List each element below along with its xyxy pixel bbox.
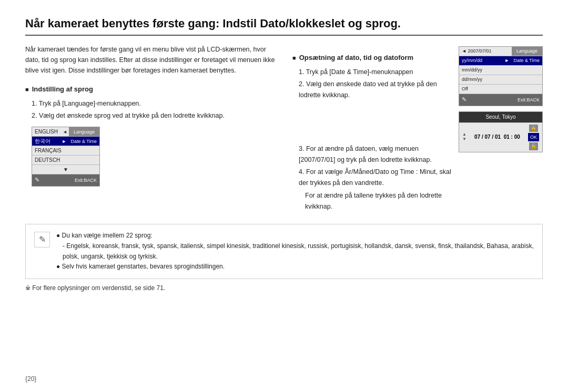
seoul-panel: Seoul, Tokyo ▲ ▼ 07 / 07 / 01 01 : 00 🔒 [459, 111, 543, 152]
lock-icon: 🔒 [529, 125, 538, 132]
note-icon: ✎ [34, 232, 50, 247]
unlock-icon: 🔓 [529, 142, 538, 150]
seoul-datetime-row: ▲ ▼ 07 / 07 / 01 01 : 00 🔒 OK 🔓 [459, 122, 542, 152]
nav-down-icon: ▼ [462, 137, 466, 142]
language-widget-container: ENGLISH ◄ Language 한국어 ► Date & Time FRA… [32, 127, 276, 187]
lcd-dt-datetime-tab: Date & Time [511, 56, 542, 65]
left-column: Når kameraet tændes for første gang vil … [25, 44, 276, 213]
lcd-dt-row-date: ◄ 2007/07/01 Language [459, 47, 542, 56]
lcd-korean-label: 한국어 [32, 137, 60, 146]
nav-up-down: ▲ ▼ [462, 132, 466, 142]
lcd-lang-row-korean: 한국어 ► Date & Time [32, 137, 99, 146]
lcd-lang-row-deutsch: DEUTSCH [32, 156, 99, 165]
lcd-lang-footer: ✎ Exit:BACK [32, 174, 99, 186]
lcd-ddmmyy-label: dd/mm/yy [459, 76, 542, 83]
lcd-lang-tab: Language [69, 127, 99, 136]
note-bullet-3: ● Selv hvis kameraet genstartes, bevares… [56, 262, 534, 272]
right-text: Opsætning af dato, tid og datoform 1. Tr… [292, 44, 453, 213]
lcd-datetime-panel: ◄ 2007/07/01 Language yy/mm/dd ► Date & … [459, 46, 543, 106]
time-value: 07 / 07 / 01 01 : 00 [474, 133, 520, 141]
datetime-steps: 1. Tryk på [Date & Time]-menuknappen 2. … [299, 67, 453, 101]
lcd-dt-row-mmddyy: mm/dd/yy [459, 66, 542, 75]
page-number: {20} [25, 375, 36, 383]
section-language-title: Indstilling af sprog [25, 84, 276, 95]
page-container: Når kameraet benyttes første gang: Indst… [0, 0, 568, 304]
lcd-lang-row-english: ENGLISH ◄ Language [32, 127, 99, 137]
note-box: ✎ ● Du kan vælge imellem 22 sprog: - Eng… [25, 224, 543, 279]
dt-step4b: For at ændre på tallene trykkes på den l… [305, 190, 453, 213]
lcd-francais-label: FRANÇAIS [32, 147, 99, 155]
right-widgets: ◄ 2007/07/01 Language yy/mm/dd ► Date & … [459, 46, 543, 213]
time-display: 07 / 07 / 01 01 : 00 [466, 133, 528, 141]
footnote: For flere oplysninger om verdenstid, se … [25, 284, 543, 292]
dt-step1: 1. Tryk på [Date & Time]-menuknappen [299, 67, 453, 78]
lcd-dt-row-ddmmyy: dd/mm/yy [459, 75, 542, 85]
section-datetime-title: Opsætning af dato, tid og datoform [292, 53, 453, 64]
seoul-header: Seoul, Tokyo [459, 112, 542, 122]
lcd-lang-row-down: ▼ [32, 165, 99, 174]
right-column: Opsætning af dato, tid og datoform 1. Tr… [292, 44, 543, 213]
lcd-yymmdd-label: yy/mm/dd [459, 57, 503, 64]
lcd-dt-footer: ✎ Exit:BACK [459, 94, 542, 106]
lcd-english-label: ENGLISH [32, 128, 61, 136]
ok-and-arrows: 🔒 OK 🔓 [528, 125, 539, 150]
lcd-deutsch-label: DEUTSCH [32, 156, 99, 164]
dt-step3: 3. For at ændre på datoen, vælg menuen [… [299, 143, 453, 166]
intro-text: Når kameraet tændes for første gang vil … [25, 44, 276, 76]
dt-steps-lower: 3. For at ændre på datoen, vælg menuen [… [299, 143, 453, 213]
lcd-down-arrow: ▼ [32, 166, 99, 174]
dt-pencil-icon: ✎ [462, 95, 466, 105]
exit-back-label: Exit:BACK [75, 177, 97, 184]
lcd-dt-lang-tab: Language [512, 47, 542, 56]
right-inner: Opsætning af dato, tid og datoform 1. Tr… [292, 44, 543, 213]
dt-step2: 2. Vælg den ønskede dato ved at trykke p… [299, 79, 453, 101]
lang-step2: 2. Vælg det ønskede sprog ved at trykke … [32, 110, 276, 121]
lcd-lang-row-francais: FRANÇAIS [32, 146, 99, 156]
dt-exit-back: Exit:BACK [518, 96, 540, 104]
note-content: ● Du kan vælge imellem 22 sprog: - Engel… [56, 231, 534, 272]
note-bullet-2: - Engelsk, koreansk, fransk, tysk, spans… [56, 241, 534, 262]
language-steps: 1. Tryk på [Language]-menuknappen. 2. Væ… [32, 98, 276, 122]
lcd-off-label: Off [459, 85, 542, 92]
lcd-mmddyy-label: mm/dd/yy [459, 66, 542, 74]
page-title: Når kameraet benyttes første gang: Indst… [25, 17, 543, 36]
lcd-language-panel: ENGLISH ◄ Language 한국어 ► Date & Time FRA… [32, 127, 100, 187]
dt-step4a: 4. For at vælge År/Måned/Dato og Time : … [299, 167, 453, 189]
main-content: Når kameraet tændes for første gang vil … [25, 44, 543, 213]
lang-step1: 1. Tryk på [Language]-menuknappen. [32, 98, 276, 109]
lcd-datetime-tab: Date & Time [68, 137, 99, 146]
lcd-dt-row-off: Off [459, 85, 542, 94]
ok-button[interactable]: OK [528, 133, 539, 141]
lcd-dt-row-yymmdd: yy/mm/dd ► Date & Time [459, 56, 542, 66]
pencil-icon: ✎ [35, 176, 39, 185]
note-bullet-1: ● Du kan vælge imellem 22 sprog: [56, 231, 534, 241]
lcd-date-val: ◄ 2007/07/01 [459, 47, 512, 55]
dt-lower-steps: 3. For at ændre på datoen, vælg menuen [… [292, 143, 453, 213]
